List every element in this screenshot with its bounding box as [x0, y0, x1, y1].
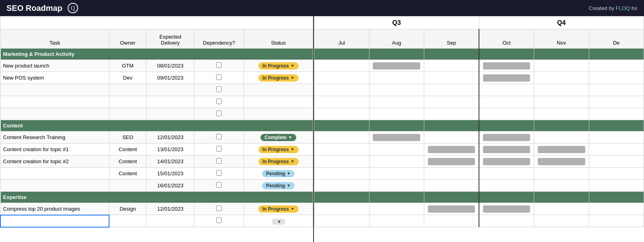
owner-cell-1-0: SEO: [109, 131, 146, 144]
dep-checkbox-2-1[interactable]: [216, 217, 222, 223]
task-cell-2-0[interactable]: Compress top 20 product images: [0, 203, 109, 215]
gantt-cell-1-3-0: [314, 168, 369, 180]
gantt-cell-0-3-0: [314, 96, 369, 108]
month-sep: Sep: [424, 29, 479, 49]
status-cell-0-1[interactable]: In Progress▼: [244, 72, 313, 84]
month-nov: Nov: [534, 29, 589, 49]
task-row-2-1: ▼: [0, 215, 313, 227]
status-cell-1-3[interactable]: Pending▼: [244, 168, 313, 180]
dep-cell-0-0[interactable]: [194, 60, 244, 72]
delivery-cell-1-3: 15/01/2023: [147, 168, 194, 180]
dropdown-arrow-icon: ▼: [291, 76, 295, 80]
status-label: In Progress: [262, 206, 289, 212]
status-cell-1-1[interactable]: In Progress▼: [244, 144, 313, 156]
status-cell-0-4[interactable]: [244, 108, 313, 120]
dep-cell-2-0[interactable]: [194, 203, 244, 215]
task-cell-2-1[interactable]: [0, 215, 109, 227]
status-cell-0-3[interactable]: [244, 96, 313, 108]
gantt-cell-0-3-2: [424, 96, 479, 108]
gantt-cell-2-0-0: [314, 203, 369, 215]
gantt-cell-0-4-2: [424, 108, 479, 120]
status-badge-1-4[interactable]: Pending▼: [262, 182, 295, 189]
gantt-section-cell-0-4: [534, 49, 589, 60]
status-badge-1-2[interactable]: In Progress▼: [258, 158, 299, 165]
dep-cell-0-1[interactable]: [194, 72, 244, 84]
task-row-1-0: Content Research TrainingSEO12/01/2023Co…: [0, 131, 313, 144]
status-badge-1-0[interactable]: Complete▼: [260, 134, 296, 141]
task-cell-1-1[interactable]: Content creation for topic #1: [0, 144, 109, 156]
task-cell-0-2[interactable]: [0, 84, 109, 96]
status-cell-1-0[interactable]: Complete▼: [244, 131, 313, 144]
task-cell-1-0[interactable]: Content Research Training: [0, 131, 109, 144]
task-cell-0-3[interactable]: [0, 96, 109, 108]
dep-checkbox-1-1[interactable]: [216, 146, 222, 152]
gantt-cell-1-3-2: [424, 168, 479, 180]
task-row-1-2: Content creation for topic #2Content14/0…: [0, 156, 313, 168]
status-badge-1-3[interactable]: Pending▼: [262, 170, 295, 177]
status-cell-2-1[interactable]: ▼: [244, 215, 313, 227]
task-cell-1-4[interactable]: [0, 180, 109, 192]
status-cell-0-0[interactable]: In Progress▼: [244, 60, 313, 72]
gantt-cell-1-4-5: [589, 180, 644, 192]
status-badge-0-0[interactable]: In Progress▼: [258, 62, 299, 70]
gantt-cell-0-2-2: [424, 84, 479, 96]
gantt-row-1-3: [314, 168, 644, 180]
dep-checkbox-2-0[interactable]: [216, 205, 222, 211]
task-cell-1-2[interactable]: Content creation for topic #2: [0, 156, 109, 168]
dep-cell-1-0[interactable]: [194, 131, 244, 144]
gantt-bar-1-1-2: [428, 146, 475, 153]
gantt-section-cell-1-4: [534, 120, 589, 131]
status-cell-2-0[interactable]: In Progress▼: [244, 203, 313, 215]
owner-cell-2-1: [109, 215, 146, 227]
dep-cell-1-3[interactable]: [194, 168, 244, 180]
status-cell-0-2[interactable]: [244, 84, 313, 96]
dep-checkbox-0-3[interactable]: [216, 98, 222, 104]
gantt-bar-1-0-1: [373, 134, 420, 141]
task-row-0-3: [0, 96, 313, 108]
dep-checkbox-1-3[interactable]: [216, 170, 222, 176]
task-cell-0-1[interactable]: New POS system: [0, 72, 109, 84]
gantt-cell-2-1-5: [589, 215, 644, 227]
dep-cell-0-2[interactable]: [194, 84, 244, 96]
gantt-month-row: Jul Aug Sep Oct Nov De: [314, 29, 644, 49]
gantt-cell-1-4-0: [314, 180, 369, 192]
dep-cell-2-1[interactable]: [194, 215, 244, 227]
dep-cell-1-1[interactable]: [194, 144, 244, 156]
dep-cell-0-4[interactable]: [194, 108, 244, 120]
gantt-cell-0-2-5: [589, 84, 644, 96]
gantt-cell-2-1-1: [369, 215, 424, 227]
dep-checkbox-1-2[interactable]: [216, 158, 222, 164]
section-header-0: Marketing & Product Activity: [0, 49, 313, 60]
dep-checkbox-0-0[interactable]: [216, 62, 222, 68]
status-cell-1-2[interactable]: In Progress▼: [244, 156, 313, 168]
floq-link[interactable]: FLOQ: [616, 5, 630, 11]
spreadsheet-container: Task Owner Expected Delivery Dependency?…: [0, 16, 644, 242]
delivery-cell-2-0: 12/01/2023: [147, 203, 194, 215]
dep-checkbox-1-4[interactable]: [216, 182, 222, 188]
dep-checkbox-1-0[interactable]: [216, 134, 222, 139]
dep-checkbox-0-1[interactable]: [216, 74, 222, 80]
status-badge-2-0[interactable]: In Progress▼: [258, 205, 299, 213]
dep-checkbox-0-2[interactable]: [216, 86, 222, 92]
status-badge-1-1[interactable]: In Progress▼: [258, 146, 299, 153]
gantt-cell-0-1-4: [534, 72, 589, 84]
gantt-cell-1-3-1: [369, 168, 424, 180]
gantt-cell-1-3-4: [534, 168, 589, 180]
task-cell-0-0[interactable]: New product launch: [0, 60, 109, 72]
dep-cell-1-2[interactable]: [194, 156, 244, 168]
gantt-cell-0-2-0: [314, 84, 369, 96]
status-badge-0-1[interactable]: In Progress▼: [258, 74, 299, 82]
status-badge-2-1[interactable]: ▼: [272, 219, 285, 225]
gantt-bar-1-2-3: [483, 158, 530, 165]
gantt-bar-0-0-1: [373, 62, 420, 70]
gantt-cell-1-1-5: [589, 144, 644, 156]
dep-cell-0-3[interactable]: [194, 96, 244, 108]
dep-cell-1-4[interactable]: [194, 180, 244, 192]
gantt-cell-1-4-4: [534, 180, 589, 192]
dep-checkbox-0-4[interactable]: [216, 111, 222, 116]
task-cell-1-3[interactable]: [0, 168, 109, 180]
gantt-cell-1-2-4: [534, 156, 589, 168]
status-cell-1-4[interactable]: Pending▼: [244, 180, 313, 192]
task-cell-0-4[interactable]: [0, 108, 109, 120]
delivery-cell-0-2: [147, 84, 194, 96]
